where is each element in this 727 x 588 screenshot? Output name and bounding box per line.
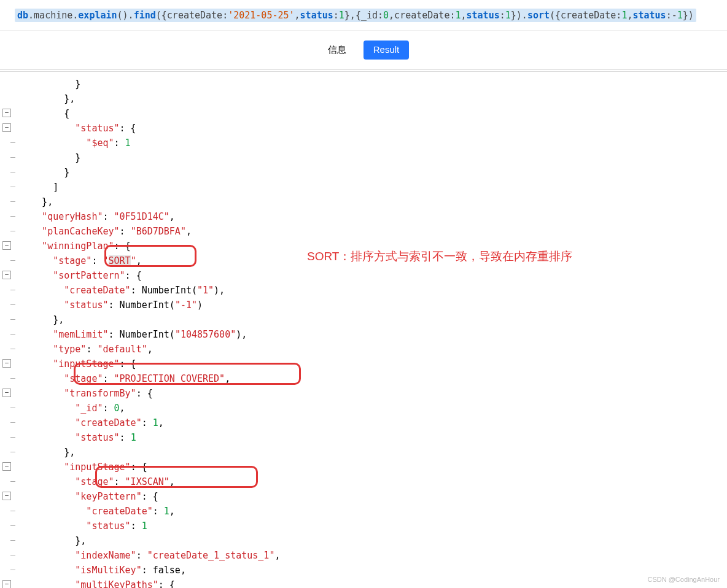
code-line: "type": "default", xyxy=(20,342,727,357)
code-line: "$eq": 1 xyxy=(20,136,727,150)
code-line: "createDate": 1, xyxy=(20,416,727,430)
db-token: db xyxy=(17,10,28,21)
query-bar: db.machine.explain().find({createDate:'2… xyxy=(0,0,727,31)
code-line: "queryHash": "0F51D14C", xyxy=(20,209,727,224)
fold-toggle[interactable] xyxy=(2,271,11,279)
code-line: "status": 1 xyxy=(20,519,727,533)
code-line: }, xyxy=(20,533,727,548)
code-line: } xyxy=(20,165,727,180)
code-line: "status": { xyxy=(20,121,727,136)
fold-toggle[interactable] xyxy=(2,109,11,117)
fold-toggle[interactable] xyxy=(2,580,11,588)
code-line: "multiKeyPaths": { xyxy=(20,578,727,588)
code-line: "indexName": "createDate_1_status_1", xyxy=(20,548,727,563)
fold-toggle[interactable] xyxy=(2,123,11,132)
tab-info[interactable]: 信息 xyxy=(318,41,356,60)
code-line: "transformBy": { xyxy=(20,386,727,401)
fold-toggle[interactable] xyxy=(2,492,11,500)
code-line: { xyxy=(20,106,727,121)
fold-toggle[interactable] xyxy=(2,359,11,368)
tabs-bar: 信息 Result xyxy=(0,31,727,70)
query-expression[interactable]: db.machine.explain().find({createDate:'2… xyxy=(15,9,696,22)
code-line: }, xyxy=(20,312,727,327)
code-line: "sortPattern": { xyxy=(20,268,727,283)
code-line: "createDate": 1, xyxy=(20,504,727,519)
code-line: "status": NumberInt("-1") xyxy=(20,298,727,312)
code-line: "status": 1 xyxy=(20,430,727,445)
fold-toggle[interactable] xyxy=(2,389,11,397)
code-line: ] xyxy=(20,180,727,195)
result-json-viewer[interactable]: } }, { "status": { "$eq": 1 } } ] }, "qu… xyxy=(0,72,727,588)
code-line: }, xyxy=(20,445,727,460)
annotation-text: SORT：排序方式与索引不一致，导致在内存重排序 xyxy=(307,249,572,265)
code-line: "keyPattern": { xyxy=(20,489,727,504)
tab-result[interactable]: Result xyxy=(364,41,410,60)
highlight-box-ixscan xyxy=(95,466,258,488)
highlight-box-sort xyxy=(104,245,196,267)
code-line: } xyxy=(20,150,727,165)
watermark: CSDN @CodingAnHour xyxy=(647,576,720,583)
fold-toggle[interactable] xyxy=(2,241,11,250)
code-line: "planCacheKey": "B6D7DBFA", xyxy=(20,224,727,239)
fold-toggle[interactable] xyxy=(2,462,11,471)
code-line: "isMultiKey": false, xyxy=(20,563,727,578)
code-line: "_id": 0, xyxy=(20,401,727,416)
highlight-box-projection xyxy=(74,363,301,385)
code-line: "createDate": NumberInt("1"), xyxy=(20,283,727,298)
code-line: }, xyxy=(20,195,727,209)
code-line: "memLimit": NumberInt("104857600"), xyxy=(20,327,727,342)
code-line: }, xyxy=(20,91,727,106)
code-line: } xyxy=(20,77,727,91)
